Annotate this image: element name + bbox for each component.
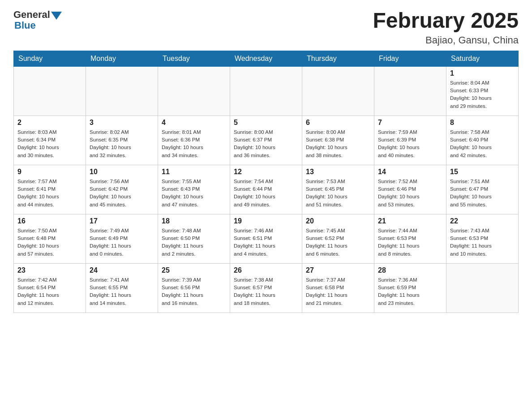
day-info: Sunrise: 7:44 AM Sunset: 6:53 PM Dayligh… <box>378 227 442 258</box>
day-of-week-header: Monday <box>86 51 158 66</box>
calendar-cell <box>14 66 86 116</box>
logo: General Blue <box>13 9 62 31</box>
day-info: Sunrise: 7:55 AM Sunset: 6:43 PM Dayligh… <box>162 178 226 209</box>
day-of-week-header: Wednesday <box>230 51 302 66</box>
calendar-cell: 27Sunrise: 7:37 AM Sunset: 6:58 PM Dayli… <box>302 263 374 313</box>
day-number: 5 <box>234 119 298 127</box>
day-info: Sunrise: 7:53 AM Sunset: 6:45 PM Dayligh… <box>306 178 370 209</box>
calendar-cell: 16Sunrise: 7:50 AM Sunset: 6:48 PM Dayli… <box>14 214 86 263</box>
day-number: 23 <box>17 266 82 274</box>
day-number: 6 <box>306 119 370 127</box>
calendar-week-row: 9Sunrise: 7:57 AM Sunset: 6:41 PM Daylig… <box>14 165 519 214</box>
day-info: Sunrise: 7:45 AM Sunset: 6:52 PM Dayligh… <box>306 227 370 258</box>
calendar-week-row: 2Sunrise: 8:03 AM Sunset: 6:34 PM Daylig… <box>14 116 519 165</box>
day-info: Sunrise: 8:01 AM Sunset: 6:36 PM Dayligh… <box>162 128 226 159</box>
calendar-cell: 19Sunrise: 7:46 AM Sunset: 6:51 PM Dayli… <box>230 214 302 263</box>
day-number: 10 <box>90 168 154 176</box>
day-number: 1 <box>450 69 515 77</box>
day-info: Sunrise: 7:49 AM Sunset: 6:49 PM Dayligh… <box>90 227 154 258</box>
day-number: 16 <box>17 217 82 225</box>
day-info: Sunrise: 7:39 AM Sunset: 6:56 PM Dayligh… <box>162 276 226 307</box>
day-info: Sunrise: 7:48 AM Sunset: 6:50 PM Dayligh… <box>162 227 226 258</box>
calendar-table: SundayMondayTuesdayWednesdayThursdayFrid… <box>13 51 519 313</box>
day-info: Sunrise: 7:51 AM Sunset: 6:47 PM Dayligh… <box>450 178 515 209</box>
day-number: 18 <box>162 217 226 225</box>
day-info: Sunrise: 8:02 AM Sunset: 6:35 PM Dayligh… <box>90 128 154 159</box>
day-of-week-header: Friday <box>374 51 446 66</box>
day-number: 19 <box>234 217 298 225</box>
calendar-cell: 24Sunrise: 7:41 AM Sunset: 6:55 PM Dayli… <box>86 263 158 313</box>
day-of-week-header: Sunday <box>14 51 86 66</box>
day-number: 13 <box>306 168 370 176</box>
calendar-cell: 11Sunrise: 7:55 AM Sunset: 6:43 PM Dayli… <box>158 165 230 214</box>
calendar-cell: 23Sunrise: 7:42 AM Sunset: 6:54 PM Dayli… <box>14 263 86 313</box>
calendar-cell <box>158 66 230 116</box>
calendar-cell: 20Sunrise: 7:45 AM Sunset: 6:52 PM Dayli… <box>302 214 374 263</box>
day-number: 15 <box>450 168 515 176</box>
day-info: Sunrise: 7:56 AM Sunset: 6:42 PM Dayligh… <box>90 178 154 209</box>
day-info: Sunrise: 7:41 AM Sunset: 6:55 PM Dayligh… <box>90 276 154 307</box>
calendar-cell: 7Sunrise: 7:59 AM Sunset: 6:39 PM Daylig… <box>374 116 446 165</box>
day-number: 3 <box>90 119 154 127</box>
day-info: Sunrise: 7:42 AM Sunset: 6:54 PM Dayligh… <box>17 276 82 307</box>
calendar-cell <box>86 66 158 116</box>
day-info: Sunrise: 7:57 AM Sunset: 6:41 PM Dayligh… <box>17 178 82 209</box>
day-number: 2 <box>17 119 82 127</box>
day-number: 8 <box>450 119 515 127</box>
calendar-week-row: 23Sunrise: 7:42 AM Sunset: 6:54 PM Dayli… <box>14 263 519 313</box>
calendar-cell <box>302 66 374 116</box>
calendar-cell: 10Sunrise: 7:56 AM Sunset: 6:42 PM Dayli… <box>86 165 158 214</box>
day-info: Sunrise: 7:54 AM Sunset: 6:44 PM Dayligh… <box>234 178 298 209</box>
calendar-cell: 28Sunrise: 7:36 AM Sunset: 6:59 PM Dayli… <box>374 263 446 313</box>
calendar-subtitle: Bajiao, Gansu, China <box>373 34 519 46</box>
calendar-cell: 6Sunrise: 8:00 AM Sunset: 6:38 PM Daylig… <box>302 116 374 165</box>
day-of-week-header: Saturday <box>446 51 519 66</box>
logo-blue-text: Blue <box>14 20 36 31</box>
day-number: 12 <box>234 168 298 176</box>
calendar-cell <box>374 66 446 116</box>
calendar-cell: 8Sunrise: 7:58 AM Sunset: 6:40 PM Daylig… <box>446 116 519 165</box>
day-info: Sunrise: 7:36 AM Sunset: 6:59 PM Dayligh… <box>378 276 442 307</box>
day-info: Sunrise: 8:03 AM Sunset: 6:34 PM Dayligh… <box>17 128 82 159</box>
calendar-cell: 2Sunrise: 8:03 AM Sunset: 6:34 PM Daylig… <box>14 116 86 165</box>
calendar-cell: 3Sunrise: 8:02 AM Sunset: 6:35 PM Daylig… <box>86 116 158 165</box>
day-number: 20 <box>306 217 370 225</box>
day-number: 17 <box>90 217 154 225</box>
calendar-week-row: 16Sunrise: 7:50 AM Sunset: 6:48 PM Dayli… <box>14 214 519 263</box>
calendar-cell: 12Sunrise: 7:54 AM Sunset: 6:44 PM Dayli… <box>230 165 302 214</box>
day-info: Sunrise: 7:46 AM Sunset: 6:51 PM Dayligh… <box>234 227 298 258</box>
day-number: 26 <box>234 266 298 274</box>
calendar-cell: 14Sunrise: 7:52 AM Sunset: 6:46 PM Dayli… <box>374 165 446 214</box>
calendar-week-row: 1Sunrise: 8:04 AM Sunset: 6:33 PM Daylig… <box>14 66 519 116</box>
day-info: Sunrise: 7:38 AM Sunset: 6:57 PM Dayligh… <box>234 276 298 307</box>
day-of-week-header: Thursday <box>302 51 374 66</box>
calendar-cell: 21Sunrise: 7:44 AM Sunset: 6:53 PM Dayli… <box>374 214 446 263</box>
calendar-cell: 22Sunrise: 7:43 AM Sunset: 6:53 PM Dayli… <box>446 214 519 263</box>
calendar-cell: 9Sunrise: 7:57 AM Sunset: 6:41 PM Daylig… <box>14 165 86 214</box>
day-number: 25 <box>162 266 226 274</box>
day-info: Sunrise: 7:58 AM Sunset: 6:40 PM Dayligh… <box>450 128 515 159</box>
page-header: General Blue February 2025 Bajiao, Gansu… <box>13 9 519 46</box>
calendar-cell: 25Sunrise: 7:39 AM Sunset: 6:56 PM Dayli… <box>158 263 230 313</box>
day-number: 4 <box>162 119 226 127</box>
day-number: 9 <box>17 168 82 176</box>
day-number: 21 <box>378 217 442 225</box>
day-info: Sunrise: 7:52 AM Sunset: 6:46 PM Dayligh… <box>378 178 442 209</box>
calendar-header-row: SundayMondayTuesdayWednesdayThursdayFrid… <box>14 51 519 66</box>
calendar-cell: 4Sunrise: 8:01 AM Sunset: 6:36 PM Daylig… <box>158 116 230 165</box>
day-number: 28 <box>378 266 442 274</box>
day-of-week-header: Tuesday <box>158 51 230 66</box>
day-info: Sunrise: 7:37 AM Sunset: 6:58 PM Dayligh… <box>306 276 370 307</box>
day-info: Sunrise: 8:00 AM Sunset: 6:37 PM Dayligh… <box>234 128 298 159</box>
calendar-cell: 17Sunrise: 7:49 AM Sunset: 6:49 PM Dayli… <box>86 214 158 263</box>
day-number: 24 <box>90 266 154 274</box>
day-info: Sunrise: 7:50 AM Sunset: 6:48 PM Dayligh… <box>17 227 82 258</box>
day-number: 7 <box>378 119 442 127</box>
day-number: 14 <box>378 168 442 176</box>
logo-arrow-icon <box>51 12 62 20</box>
day-info: Sunrise: 8:00 AM Sunset: 6:38 PM Dayligh… <box>306 128 370 159</box>
logo-general-text: General <box>13 9 50 21</box>
day-number: 11 <box>162 168 226 176</box>
calendar-cell: 5Sunrise: 8:00 AM Sunset: 6:37 PM Daylig… <box>230 116 302 165</box>
calendar-cell: 18Sunrise: 7:48 AM Sunset: 6:50 PM Dayli… <box>158 214 230 263</box>
